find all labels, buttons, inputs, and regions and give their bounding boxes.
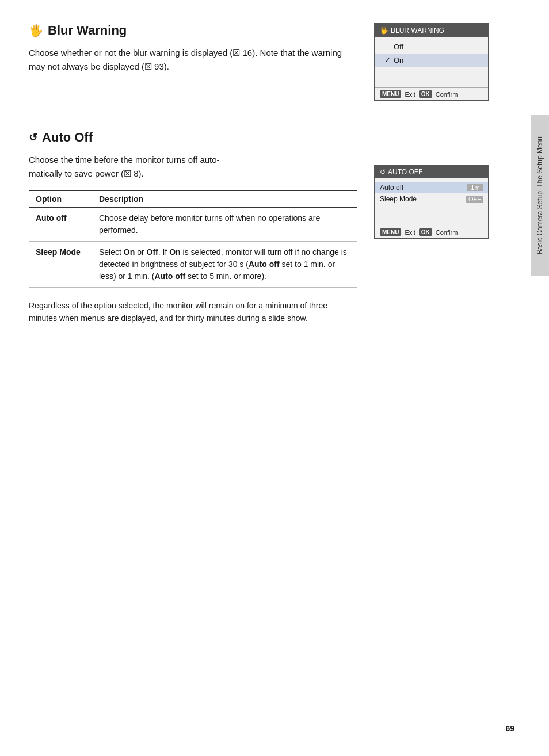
auto-off-body: Choose the time before the monitor turns… [29, 153, 357, 181]
auto-off-menu-badge: MENU [380, 228, 401, 236]
auto-off-row-autooff: Auto off 1m [375, 182, 488, 193]
auto-off-icon: ↺ [29, 131, 37, 144]
auto-off-screen-body: Auto off 1m Sleep Mode OFF [375, 178, 488, 226]
table-row: Sleep Mode Select On or Off. If On is se… [29, 242, 357, 288]
blur-warning-off-check [384, 43, 391, 51]
blur-warning-on-check: ✓ [384, 56, 391, 64]
blur-warning-option-off: Off [375, 40, 488, 54]
blur-warning-title: 🖐 Blur Warning [29, 23, 357, 38]
table-header-description: Description [92, 190, 357, 208]
table-cell-sleep-mode-desc: Select On or Off. If On is selected, mon… [92, 242, 357, 288]
auto-off-row-sleepmode: Sleep Mode OFF [375, 193, 488, 205]
auto-off-ok-badge: OK [419, 228, 432, 236]
blur-warning-icon: 🖐 [29, 24, 43, 37]
auto-off-screen-icon: ↺ [380, 168, 386, 176]
auto-off-title: ↺ Auto Off [29, 130, 357, 145]
auto-off-screen: ↺ AUTO OFF Auto off 1m Sleep Mode OFF ME… [374, 165, 489, 239]
table-cell-sleep-mode-option: Sleep Mode [29, 242, 92, 288]
blur-warning-screen-icon: 🖐 [380, 26, 388, 35]
ok-badge: OK [419, 90, 432, 98]
auto-off-note: Regardless of the option selected, the m… [29, 299, 357, 325]
table-row: Auto off Choose delay before monitor tur… [29, 208, 357, 242]
auto-off-screen-title: ↺ AUTO OFF [375, 166, 488, 178]
blur-warning-body: Choose whether or not the blur warning i… [29, 46, 357, 74]
auto-off-screen-footer: MENU Exit OK Confirm [375, 226, 488, 238]
auto-off-table: Option Description Auto off Choose delay… [29, 190, 357, 288]
blur-warning-screen-title: 🖐 BLUR WARNING [375, 24, 488, 37]
table-cell-auto-off-desc: Choose delay before monitor turns off wh… [92, 208, 357, 242]
blur-warning-screen: 🖐 BLUR WARNING Off ✓ On MENU Exit OK Con… [374, 23, 489, 101]
sidebar-label: Basic Camera Setup: The Setup Menu [531, 115, 549, 276]
menu-badge: MENU [380, 90, 401, 98]
blur-warning-screen-body: Off ✓ On [375, 37, 488, 87]
table-header-option: Option [29, 190, 92, 208]
table-cell-auto-off-option: Auto off [29, 208, 92, 242]
blur-warning-option-on: ✓ On [375, 54, 488, 67]
page-number: 69 [505, 724, 514, 733]
blur-warning-screen-footer: MENU Exit OK Confirm [375, 87, 488, 100]
